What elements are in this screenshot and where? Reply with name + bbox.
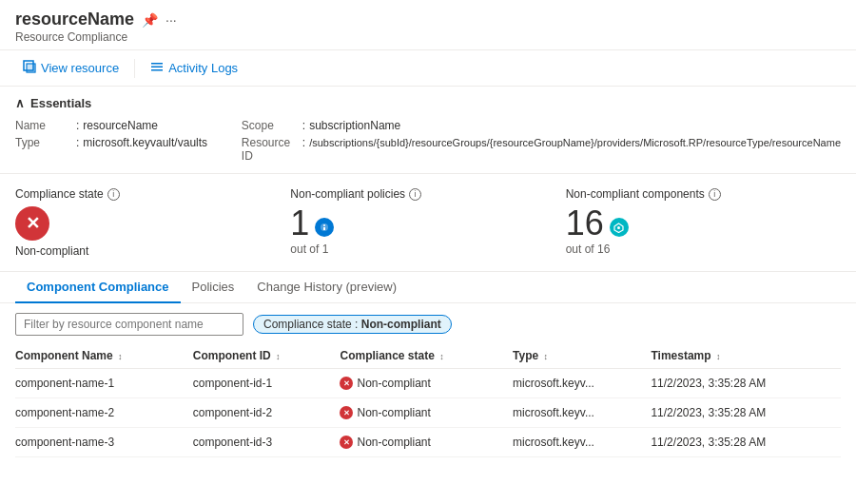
more-options-icon[interactable]: ··· [165,12,177,28]
view-resource-icon [23,60,36,76]
page-header: resourceName 📌 ··· Resource Compliance [0,0,856,50]
non-compliant-components-card: Non-compliant components i 16 out of 16 [566,187,841,258]
sort-component-name-icon: ↕ [118,352,123,361]
name-colon: : [76,119,79,132]
non-compliant-policies-card: Non-compliant policies i 1 out of 1 [290,187,565,258]
svg-rect-4 [151,67,163,68]
resource-id-row: Resource ID : /subscriptions/{subId}/res… [242,135,841,164]
cell-timestamp-2: 11/2/2023, 3:35:28 AM [651,428,841,457]
table-row: component-name-1 component-id-1 ✕ Non-co… [15,369,841,398]
policy-count-icon [315,218,334,237]
resource-id-value: /subscriptions/{subId}/resourceGroups/{r… [309,137,841,148]
cell-type-0: microsoft.keyv... [513,369,651,398]
activity-logs-icon [150,60,164,76]
filter-row: Compliance state : Non-compliant [0,303,856,343]
name-value: resourceName [83,119,158,132]
table-header-row: Component Name ↕ Component ID ↕ Complian… [15,343,841,369]
tab-component-compliance[interactable]: Component Compliance [15,272,181,303]
table-row: component-name-3 component-id-3 ✕ Non-co… [15,428,841,457]
sort-compliance-state-icon: ↕ [439,352,444,361]
svg-rect-1 [28,65,35,72]
col-component-name[interactable]: Component Name ↕ [15,343,193,369]
sort-timestamp-icon: ↕ [716,352,721,361]
cell-component-name-0: component-name-1 [15,369,193,398]
badge-value: Non-compliant [361,318,441,331]
sort-type-icon: ↕ [544,352,549,361]
scope-row: Scope : subscriptionName [242,118,841,133]
policies-sub-label: out of 1 [290,242,542,256]
collapse-icon: ∧ [15,96,25,110]
type-label: Type [15,136,72,149]
view-resource-label: View resource [41,61,119,75]
policies-count-row: 1 [290,206,542,241]
svg-point-7 [323,224,325,226]
cell-type-1: microsoft.keyv... [513,398,651,428]
col-timestamp[interactable]: Timestamp ↕ [651,343,841,369]
cell-component-id-2: component-id-3 [193,428,340,457]
component-compliance-table: Component Name ↕ Component ID ↕ Complian… [0,343,856,457]
cell-timestamp-0: 11/2/2023, 3:35:28 AM [651,369,841,398]
policies-info-icon[interactable]: i [409,188,421,201]
essentials-section: ∧ Essentials Name : resourceName Scope :… [0,87,856,174]
cell-type-2: microsoft.keyv... [513,428,651,457]
tab-change-history[interactable]: Change History (preview) [245,272,408,303]
type-row: Type : microsoft.keyvault/vaults [15,135,242,164]
components-label: Non-compliant components i [566,187,818,201]
cell-compliance-state-1: ✕ Non-compliant [340,398,513,428]
name-row: Name : resourceName [15,118,242,133]
type-colon: : [76,136,79,149]
non-compliant-icon-1: ✕ [340,406,353,419]
essentials-header[interactable]: ∧ Essentials [15,96,841,110]
policies-count: 1 [290,206,309,241]
scope-label: Scope [242,119,299,132]
view-resource-button[interactable]: View resource [15,56,126,80]
name-label: Name [15,119,72,132]
components-count-row: 16 [566,206,818,241]
essentials-grid: Name : resourceName Scope : subscription… [15,118,841,164]
sort-component-id-icon: ↕ [276,352,281,361]
policies-label: Non-compliant policies i [290,187,542,201]
col-component-id[interactable]: Component ID ↕ [193,343,340,369]
svg-rect-3 [151,63,163,65]
badge-text: Compliance state : [263,318,361,331]
non-compliant-icon-2: ✕ [340,436,353,449]
components-count: 16 [566,206,604,241]
scope-value: subscriptionName [309,119,400,132]
svg-rect-5 [151,69,163,71]
activity-logs-label: Activity Logs [168,61,238,75]
essentials-title: Essentials [30,96,91,110]
svg-point-10 [617,226,620,229]
resource-name-title: resourceName [15,10,134,29]
toolbar-divider [134,59,135,78]
cell-component-id-1: component-id-2 [193,398,340,428]
compliance-state-badge: Compliance state : Non-compliant [253,315,452,334]
cell-compliance-state-0: ✕ Non-compliant [340,369,513,398]
component-count-icon [610,218,629,237]
compliance-cards: Compliance state i ✕ Non-compliant Non-c… [0,174,856,272]
svg-rect-8 [323,227,325,230]
pin-icon[interactable]: 📌 [142,12,158,28]
cell-component-name-2: component-name-3 [15,428,193,457]
compliance-state-info-icon[interactable]: i [107,188,120,201]
component-filter-input[interactable] [15,313,243,336]
type-value: microsoft.keyvault/vaults [83,136,207,149]
cell-compliance-state-2: ✕ Non-compliant [340,428,513,457]
tab-policies[interactable]: Policies [181,272,246,303]
components-info-icon[interactable]: i [709,188,721,201]
activity-logs-button[interactable]: Activity Logs [143,56,245,80]
non-compliant-label: Non-compliant [15,244,267,258]
col-compliance-state[interactable]: Compliance state ↕ [340,343,513,369]
compliance-state-label: Compliance state i [15,187,267,201]
resource-id-label: Resource ID [242,136,299,163]
cell-component-id-0: component-id-1 [193,369,340,398]
non-compliant-x-icon: ✕ [15,206,49,241]
table-row: component-name-2 component-id-2 ✕ Non-co… [15,398,841,428]
cell-timestamp-1: 11/2/2023, 3:35:28 AM [651,398,841,428]
toolbar: View resource Activity Logs [0,50,856,87]
compliance-state-card: Compliance state i ✕ Non-compliant [15,187,290,258]
non-compliant-icon-0: ✕ [340,377,353,390]
tabs-bar: Component Compliance Policies Change His… [0,272,856,303]
cell-component-name-1: component-name-2 [15,398,193,428]
resource-id-colon: : [302,136,305,149]
col-type[interactable]: Type ↕ [513,343,651,369]
